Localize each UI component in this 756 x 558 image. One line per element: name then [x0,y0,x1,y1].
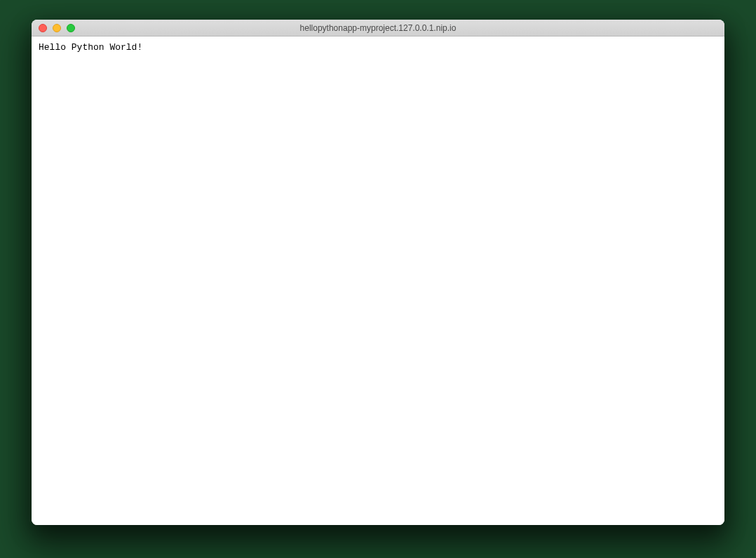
window-title: hellopythonapp-myproject.127.0.0.1.nip.i… [32,23,724,33]
browser-window: hellopythonapp-myproject.127.0.0.1.nip.i… [32,20,724,525]
body-text: Hello Python World! [39,42,142,53]
traffic-lights [32,24,75,32]
minimize-icon[interactable] [53,24,61,32]
window-titlebar[interactable]: hellopythonapp-myproject.127.0.0.1.nip.i… [32,20,724,36]
page-content: Hello Python World! [32,36,724,525]
maximize-icon[interactable] [67,24,75,32]
close-icon[interactable] [39,24,47,32]
